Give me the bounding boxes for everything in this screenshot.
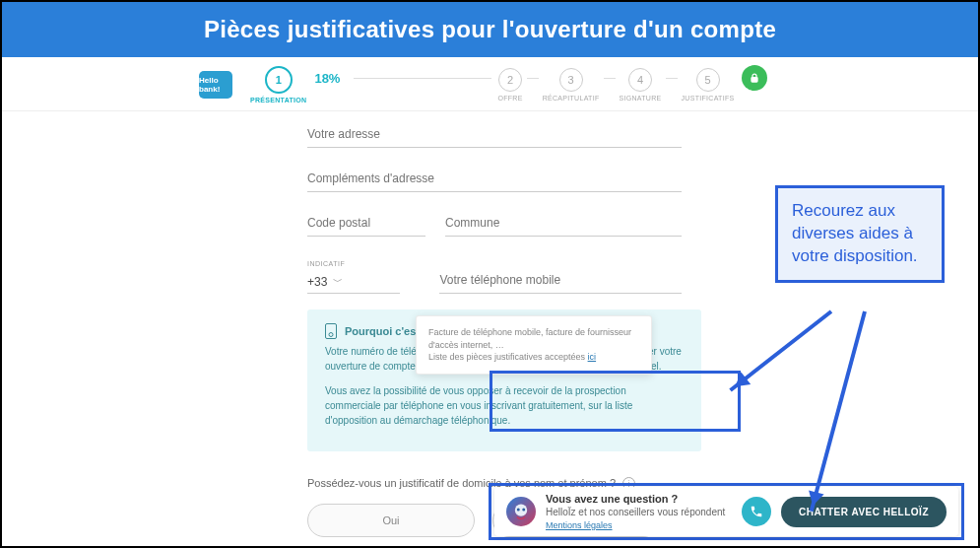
tooltip-link[interactable]: ici bbox=[588, 352, 597, 362]
svg-point-1 bbox=[515, 504, 527, 515]
progress-bar: Hello bank! 1 PRÉSENTATION 18% 2 OFFRE 3… bbox=[2, 57, 978, 111]
progress-line bbox=[354, 78, 491, 79]
page-title-banner: Pièces justificatives pour l'ouverture d… bbox=[2, 2, 978, 59]
progress-percent: 18% bbox=[314, 71, 340, 86]
chevron-down-icon: ﹀ bbox=[333, 275, 343, 289]
tooltip-line1: Facture de téléphone mobile, facture de … bbox=[428, 326, 639, 351]
legal-link[interactable]: Mentions légales bbox=[546, 520, 613, 530]
yes-button[interactable]: Oui bbox=[307, 504, 475, 537]
svg-point-2 bbox=[517, 508, 520, 511]
info-box: Pourquoi c'est important ? Votre numéro … bbox=[307, 309, 701, 451]
info-paragraph-2: Vous avez la possibilité de vous opposer… bbox=[325, 383, 684, 428]
chat-bar: Vous avez une question ? HelloÏz et nos … bbox=[494, 487, 958, 536]
step-offre[interactable]: 2 OFFRE bbox=[497, 68, 522, 102]
svg-point-3 bbox=[522, 508, 525, 511]
country-code-value: +33 bbox=[307, 275, 327, 289]
svg-rect-0 bbox=[751, 78, 757, 83]
annotation-callout: Recourez aux diverses aides à votre disp… bbox=[775, 185, 945, 283]
indicatif-label: INDICATIF bbox=[307, 260, 682, 267]
step-label: PRÉSENTATION bbox=[250, 97, 306, 103]
banner-title: Pièces justificatives pour l'ouverture d… bbox=[204, 16, 776, 42]
step-number: 1 bbox=[265, 66, 293, 94]
address-input[interactable] bbox=[307, 121, 682, 148]
bot-icon bbox=[506, 497, 536, 526]
form-area: INDICATIF +33 ﹀ Pourquoi c'est important… bbox=[2, 111, 682, 537]
tooltip-popup: Facture de téléphone mobile, facture de … bbox=[416, 315, 652, 375]
step-presentation[interactable]: 1 PRÉSENTATION bbox=[250, 66, 306, 103]
chat-title: Vous avez une question ? bbox=[546, 492, 732, 506]
step-signature[interactable]: 4 SIGNATURE bbox=[620, 68, 662, 102]
phone-icon bbox=[325, 323, 337, 339]
lock-icon bbox=[742, 65, 767, 91]
tooltip-line2: Liste des pièces justificatives acceptée… bbox=[428, 352, 588, 362]
postal-code-input[interactable] bbox=[307, 210, 425, 237]
chat-subtitle: HelloÏz et nos conseillers vous réponden… bbox=[546, 507, 725, 517]
step-justificatifs[interactable]: 5 JUSTIFICATIFS bbox=[682, 68, 735, 102]
arrow-1 bbox=[729, 309, 832, 391]
arrow-2 bbox=[810, 310, 867, 512]
brand-logo: Hello bank! bbox=[199, 71, 232, 99]
chat-text: Vous avez une question ? HelloÏz et nos … bbox=[546, 492, 732, 532]
address-complement-input[interactable] bbox=[307, 166, 682, 192]
country-code-select[interactable]: +33 ﹀ bbox=[307, 275, 400, 294]
step-recap[interactable]: 3 RÉCAPITULATIF bbox=[543, 68, 600, 102]
city-input[interactable] bbox=[445, 210, 682, 237]
mobile-phone-input[interactable] bbox=[439, 267, 682, 294]
phone-call-icon[interactable] bbox=[742, 497, 771, 526]
